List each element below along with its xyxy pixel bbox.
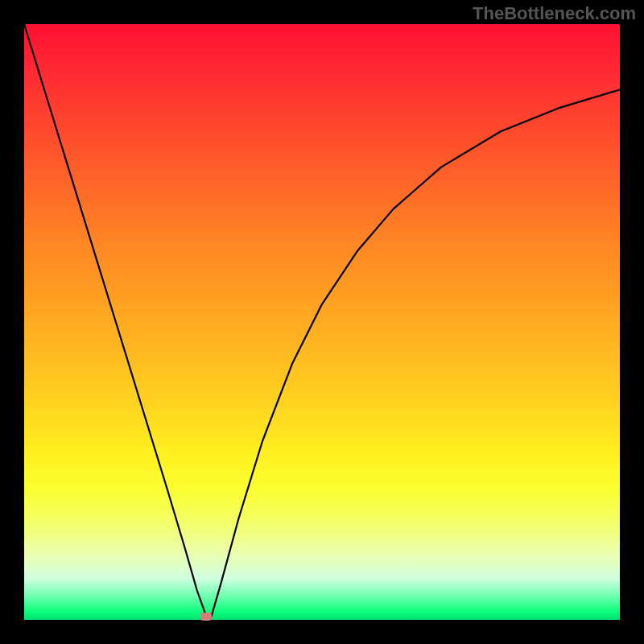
chart-frame: TheBottleneck.com <box>0 0 644 644</box>
watermark-text: TheBottleneck.com <box>473 3 636 24</box>
curve-svg <box>24 24 620 620</box>
minimum-marker <box>200 613 212 621</box>
bottleneck-curve <box>24 24 620 620</box>
plot-area <box>24 24 620 620</box>
